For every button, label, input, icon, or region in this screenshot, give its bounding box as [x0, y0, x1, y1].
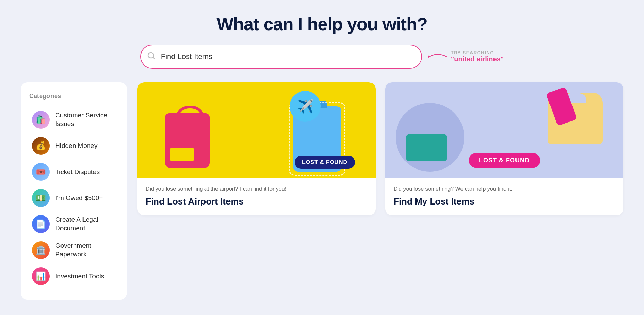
card-general-desc: Did you lose something? We can help you … — [393, 185, 615, 193]
general-illustration: LOST & FOUND — [385, 82, 623, 178]
lost-found-badge-general: LOST & FOUND — [469, 153, 540, 168]
sidebar-item-legal-document[interactable]: 📄 Create A Legal Document — [29, 211, 119, 237]
category-list: 🛍️ Customer Service Issues 💰 Hidden Mone… — [29, 107, 119, 289]
card-general-image: LOST & FOUND — [385, 82, 623, 178]
main-layout: Categories 🛍️ Customer Service Issues 💰 … — [21, 82, 623, 300]
sidebar: Categories 🛍️ Customer Service Issues 💰 … — [21, 82, 127, 300]
cat-label-owed-money: I'm Owed $500+ — [55, 194, 103, 202]
search-wrapper — [140, 45, 422, 69]
card-general-content: Did you lose something? We can help you … — [385, 178, 623, 215]
cat-icon-hidden-money: 💰 — [32, 137, 50, 155]
sidebar-item-gov-paperwork[interactable]: 🏛️ Government Paperwork — [29, 237, 119, 263]
bag-label-shape — [170, 148, 194, 161]
card-airport-lost[interactable]: ✈️ LOST & FOUND Did you lose something a… — [137, 82, 376, 215]
card-airport-content: Did you lose something at the airport? I… — [137, 178, 376, 215]
try-searching-hint: TRY SEARCHING "united airlines" — [428, 50, 504, 63]
svg-marker-2 — [428, 55, 429, 59]
search-input[interactable] — [140, 45, 422, 69]
try-searching-label: TRY SEARCHING — [451, 50, 504, 55]
sidebar-item-customer-service[interactable]: 🛍️ Customer Service Issues — [29, 107, 119, 133]
search-icon — [147, 51, 155, 62]
cat-label-investment-tools: Investment Tools — [55, 272, 104, 281]
cat-icon-customer-service: 🛍️ — [32, 111, 50, 129]
svg-line-1 — [153, 57, 154, 59]
sidebar-item-owed-money[interactable]: 💵 I'm Owed $500+ — [29, 185, 119, 211]
card-airport-desc: Did you lose something at the airport? I… — [146, 185, 367, 193]
cat-label-customer-service: Customer Service Issues — [55, 111, 116, 128]
arrow-icon — [428, 50, 448, 63]
card-airport-image: ✈️ LOST & FOUND — [137, 82, 376, 178]
sidebar-item-ticket-disputes[interactable]: 🎟️ Ticket Disputes — [29, 159, 119, 185]
cat-label-legal-document: Create A Legal Document — [55, 215, 116, 232]
sidebar-item-hidden-money[interactable]: 💰 Hidden Money — [29, 133, 119, 159]
cat-icon-ticket-disputes: 🎟️ — [32, 163, 50, 181]
cat-label-hidden-money: Hidden Money — [55, 142, 98, 150]
cat-icon-gov-paperwork: 🏛️ — [32, 241, 50, 259]
cat-icon-investment-tools: 📊 — [32, 267, 50, 285]
categories-heading: Categories — [29, 93, 119, 100]
wallet-shape — [406, 134, 447, 161]
card-general-title: Find My Lost Items — [393, 196, 615, 207]
page-title: What can I help you with? — [21, 14, 623, 34]
cat-icon-legal-document: 📄 — [32, 215, 50, 233]
cat-label-gov-paperwork: Government Paperwork — [55, 242, 116, 258]
cat-label-ticket-disputes: Ticket Disputes — [55, 168, 100, 176]
sidebar-item-investment-tools[interactable]: 📊 Investment Tools — [29, 263, 119, 289]
airport-illustration: ✈️ LOST & FOUND — [137, 82, 376, 178]
cat-icon-owed-money: 💵 — [32, 189, 50, 207]
card-general-lost[interactable]: LOST & FOUND Did you lose something? We … — [385, 82, 623, 215]
search-row: TRY SEARCHING "united airlines" — [21, 45, 623, 69]
results-grid: ✈️ LOST & FOUND Did you lose something a… — [137, 82, 623, 215]
airplane-circle: ✈️ — [290, 91, 321, 122]
card-airport-title: Find Lost Airport Items — [146, 196, 367, 207]
lost-found-badge-airport: LOST & FOUND — [295, 156, 355, 169]
try-searching-value: "united airlines" — [451, 55, 504, 63]
